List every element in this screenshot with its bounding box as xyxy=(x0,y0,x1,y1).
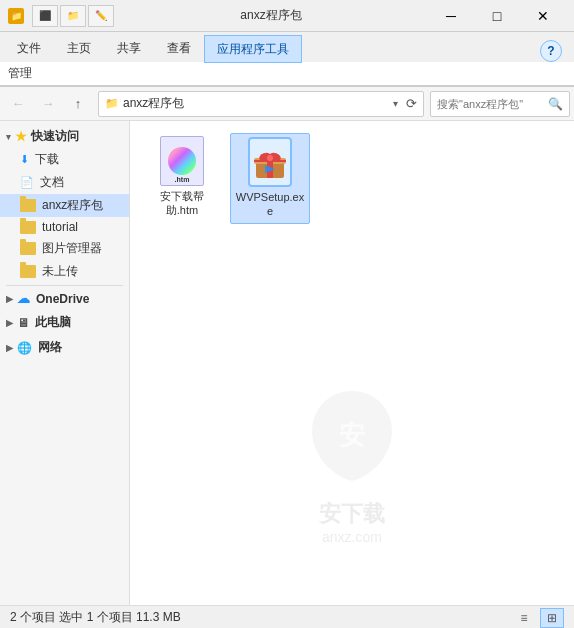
documents-label: 文档 xyxy=(40,174,64,191)
network-section: ▶ 🌐 网络 xyxy=(0,336,129,359)
path-dropdown-arrow[interactable]: ▾ xyxy=(389,98,402,109)
network-icon: 🌐 xyxy=(17,341,32,355)
sidebar: ▾ ★ 快速访问 ⬇ 下载 📄 文档 anxz程序包 tutorial xyxy=(0,121,130,605)
address-bar[interactable]: 📁 anxz程序包 ▾ ⟳ xyxy=(98,91,424,117)
sidebar-item-anxz[interactable]: anxz程序包 xyxy=(0,194,129,217)
main-area: ▾ ★ 快速访问 ⬇ 下载 📄 文档 anxz程序包 tutorial xyxy=(0,121,574,605)
anxz-folder-icon xyxy=(20,199,36,212)
toolbar: ← → ↑ 📁 anxz程序包 ▾ ⟳ 🔍 xyxy=(0,87,574,121)
tab-file[interactable]: 文件 xyxy=(4,34,54,62)
uploads-label: 未上传 xyxy=(42,263,78,280)
sidebar-divider-1 xyxy=(6,285,123,286)
minimize-btn[interactable]: ─ xyxy=(428,0,474,32)
htm-ext-label: .htm xyxy=(175,176,190,183)
new-folder-btn[interactable]: 📁 xyxy=(60,5,86,27)
exe-filename: WVPSetup.exe xyxy=(235,190,305,219)
properties-btn[interactable]: ✏️ xyxy=(88,5,114,27)
network-label: 网络 xyxy=(38,339,62,356)
title-bar-buttons: ⬛ 📁 ✏️ xyxy=(32,5,114,27)
htm-icon-wrap: .htm xyxy=(158,137,206,185)
path-folder-icon: 📁 xyxy=(105,97,119,110)
thispc-section: ▶ 🖥 此电脑 xyxy=(0,311,129,334)
photos-label: 图片管理器 xyxy=(42,240,102,257)
network-arrow: ▶ xyxy=(6,343,13,353)
file-item-htm[interactable]: .htm 安下载帮助.htm xyxy=(142,133,222,224)
onedrive-header[interactable]: ▶ ☁ OneDrive xyxy=(0,288,129,309)
ribbon-subtab-label: 管理 xyxy=(8,65,32,82)
file-area: .htm 安下载帮助.htm xyxy=(130,121,574,605)
sidebar-item-documents[interactable]: 📄 文档 xyxy=(0,171,129,194)
svg-text:安: 安 xyxy=(337,420,365,450)
network-header[interactable]: ▶ 🌐 网络 xyxy=(0,336,129,359)
forward-btn[interactable]: → xyxy=(34,90,62,118)
svg-point-7 xyxy=(267,155,273,161)
watermark-icon: 安 xyxy=(302,386,402,499)
ribbon-help-area: ? xyxy=(540,40,570,62)
search-icon: 🔍 xyxy=(548,97,563,111)
onedrive-section: ▶ ☁ OneDrive xyxy=(0,288,129,309)
anxz-label: anxz程序包 xyxy=(42,197,103,214)
watermark-url: anxz.com xyxy=(322,529,382,545)
status-bar: 2 个项目 选中 1 个项目 11.3 MB ≡ ⊞ xyxy=(0,605,574,628)
watermark-text: 安下载 xyxy=(319,499,385,529)
maximize-btn[interactable]: □ xyxy=(474,0,520,32)
exe-svg xyxy=(252,144,288,180)
detail-view-btn[interactable]: ⊞ xyxy=(540,608,564,628)
thispc-header[interactable]: ▶ 🖥 此电脑 xyxy=(0,311,129,334)
onedrive-icon: ☁ xyxy=(17,291,30,306)
sidebar-item-downloads[interactable]: ⬇ 下载 xyxy=(0,148,129,171)
ribbon: 文件 主页 共享 查看 应用程序工具 ? 管理 xyxy=(0,32,574,87)
tab-share[interactable]: 共享 xyxy=(104,34,154,62)
app-icon: 📁 xyxy=(8,8,24,24)
back-btn[interactable]: ← xyxy=(4,90,32,118)
path-text: anxz程序包 xyxy=(123,95,389,112)
help-button[interactable]: ? xyxy=(540,40,562,62)
photos-folder-icon xyxy=(20,242,36,255)
refresh-btn[interactable]: ⟳ xyxy=(406,96,417,111)
quick-access-header[interactable]: ▾ ★ 快速访问 xyxy=(0,125,129,148)
list-view-btn[interactable]: ≡ xyxy=(512,608,536,628)
onedrive-label: OneDrive xyxy=(36,292,89,306)
tutorial-label: tutorial xyxy=(42,220,78,234)
view-controls: ≡ ⊞ xyxy=(512,608,564,628)
search-bar[interactable]: 🔍 xyxy=(430,91,570,117)
title-bar-left: 📁 ⬛ 📁 ✏️ xyxy=(8,5,114,27)
window-title: anxz程序包 xyxy=(114,7,428,24)
quick-access-btn[interactable]: ⬛ xyxy=(32,5,58,27)
file-item-exe[interactable]: WVPSetup.exe xyxy=(230,133,310,224)
documents-icon: 📄 xyxy=(20,176,34,189)
exe-icon-wrap xyxy=(246,138,294,186)
downloads-label: 下载 xyxy=(35,151,59,168)
ribbon-subtab: 管理 xyxy=(0,62,574,86)
quick-access-star: ★ xyxy=(15,129,27,144)
htm-circle xyxy=(168,147,196,175)
close-btn[interactable]: ✕ xyxy=(520,0,566,32)
exe-inner xyxy=(252,144,288,180)
sidebar-item-tutorial[interactable]: tutorial xyxy=(0,217,129,237)
htm-filename: 安下载帮助.htm xyxy=(146,189,218,218)
file-grid: .htm 安下载帮助.htm xyxy=(142,133,562,224)
tab-apptools[interactable]: 应用程序工具 xyxy=(204,35,302,63)
tutorial-folder-icon xyxy=(20,221,36,234)
htm-icon: .htm xyxy=(160,136,204,186)
quick-access-arrow: ▾ xyxy=(6,132,11,142)
thispc-arrow: ▶ xyxy=(6,318,13,328)
tab-view[interactable]: 查看 xyxy=(154,34,204,62)
thispc-icon: 🖥 xyxy=(17,316,29,330)
quick-access-section: ▾ ★ 快速访问 ⬇ 下载 📄 文档 anxz程序包 tutorial xyxy=(0,125,129,283)
downloads-icon: ⬇ xyxy=(20,153,29,166)
onedrive-arrow: ▶ xyxy=(6,294,13,304)
status-text: 2 个项目 选中 1 个项目 11.3 MB xyxy=(10,609,512,626)
thispc-label: 此电脑 xyxy=(35,314,71,331)
tab-home[interactable]: 主页 xyxy=(54,34,104,62)
sidebar-item-uploads[interactable]: 未上传 xyxy=(0,260,129,283)
ribbon-tabs: 文件 主页 共享 查看 应用程序工具 ? xyxy=(0,32,574,62)
up-btn[interactable]: ↑ xyxy=(64,90,92,118)
sidebar-item-photos[interactable]: 图片管理器 xyxy=(0,237,129,260)
title-bar: 📁 ⬛ 📁 ✏️ anxz程序包 ─ □ ✕ xyxy=(0,0,574,32)
quick-access-label: 快速访问 xyxy=(31,128,79,145)
uploads-folder-icon xyxy=(20,265,36,278)
watermark: 安 安下载 anxz.com xyxy=(302,386,402,545)
search-input[interactable] xyxy=(437,98,548,110)
exe-icon xyxy=(248,137,292,187)
